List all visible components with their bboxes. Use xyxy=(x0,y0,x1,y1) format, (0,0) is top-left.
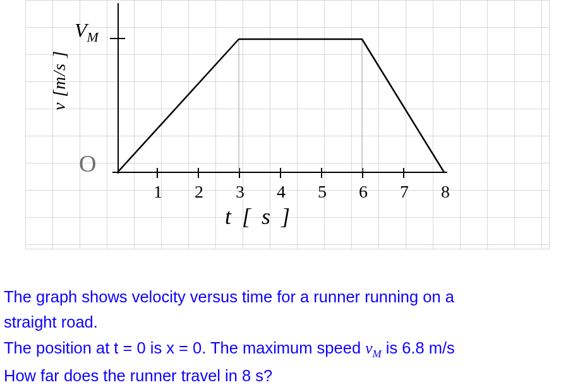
x-label-4: 4 xyxy=(270,182,293,202)
x-label-6: 6 xyxy=(352,182,375,202)
q-line1: The graph shows velocity versus time for… xyxy=(4,288,454,306)
q-line3a: The position at t = 0 is x = 0. The maxi… xyxy=(4,339,365,357)
x-label-5: 5 xyxy=(311,182,334,202)
question-text: The graph shows velocity versus time for… xyxy=(4,284,570,388)
x-label-7: 7 xyxy=(393,182,416,202)
x-label-1: 1 xyxy=(147,182,169,202)
origin-label: O xyxy=(79,150,96,177)
x-axis-label: t [ s ] xyxy=(225,203,293,230)
q-line4: How far does the runner travel in 8 s? xyxy=(4,367,272,384)
velocity-curve xyxy=(118,38,459,177)
vm-symbol: vM xyxy=(365,339,382,357)
x-label-8: 8 xyxy=(434,182,457,202)
q-line3b: is 6.8 m/s xyxy=(382,339,455,357)
y-axis-label: v [m/s ] xyxy=(49,50,69,110)
x-label-3: 3 xyxy=(229,182,251,202)
vm-tick-label: VM xyxy=(75,19,99,45)
vm-m: M xyxy=(87,29,99,45)
q-line2: straight road. xyxy=(4,313,98,331)
x-label-2: 2 xyxy=(188,182,210,202)
vm-v: V xyxy=(75,19,87,42)
